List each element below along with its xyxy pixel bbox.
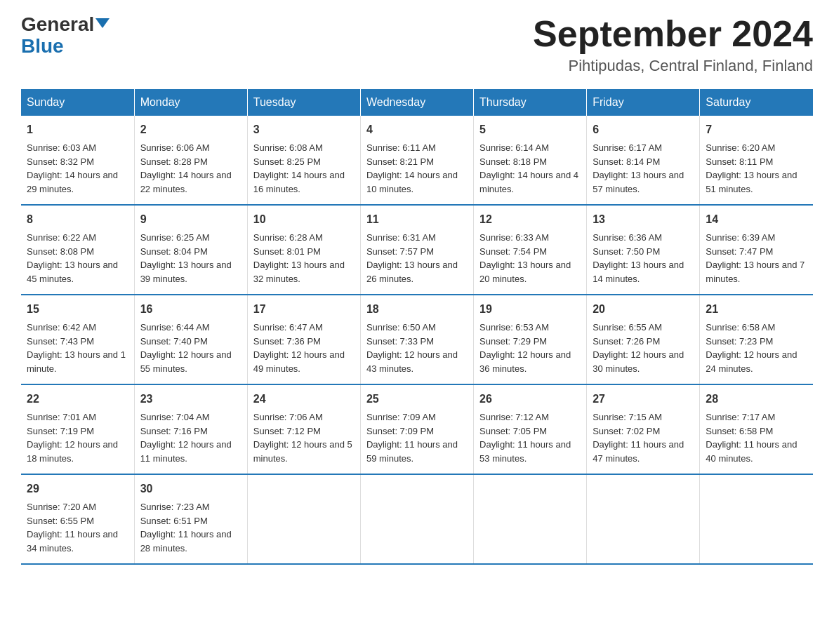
day-header-monday: Monday (134, 89, 247, 116)
sunset-text: Sunset: 8:08 PM (27, 246, 94, 257)
day-number: 1 (27, 121, 128, 138)
sunrise-text: Sunrise: 6:14 AM (479, 142, 549, 153)
calendar-cell: 5Sunrise: 6:14 AMSunset: 8:18 PMDaylight… (474, 116, 587, 205)
day-number: 8 (27, 211, 128, 228)
sunrise-text: Sunrise: 6:17 AM (593, 142, 662, 153)
sunset-text: Sunset: 8:01 PM (253, 246, 321, 257)
sunrise-text: Sunrise: 7:15 AM (593, 412, 662, 422)
calendar-cell: 7Sunrise: 6:20 AMSunset: 8:11 PMDaylight… (700, 116, 813, 205)
calendar-cell: 11Sunrise: 6:31 AMSunset: 7:57 PMDayligh… (360, 205, 473, 295)
calendar-cell: 20Sunrise: 6:55 AMSunset: 7:26 PMDayligh… (587, 295, 700, 384)
sunset-text: Sunset: 7:26 PM (593, 336, 660, 347)
calendar-cell: 16Sunrise: 6:44 AMSunset: 7:40 PMDayligh… (134, 295, 247, 384)
daylight-text: Daylight: 12 hours and 24 minutes. (706, 349, 797, 374)
calendar-cell: 2Sunrise: 6:06 AMSunset: 8:28 PMDaylight… (134, 116, 247, 205)
calendar-table: SundayMondayTuesdayWednesdayThursdayFrid… (21, 89, 813, 565)
calendar-cell (474, 474, 587, 564)
daylight-text: Daylight: 13 hours and 51 minutes. (706, 170, 797, 194)
sunrise-text: Sunrise: 6:33 AM (479, 232, 549, 243)
day-header-saturday: Saturday (700, 89, 813, 116)
calendar-cell: 21Sunrise: 6:58 AMSunset: 7:23 PMDayligh… (700, 295, 813, 384)
day-header-sunday: Sunday (21, 89, 134, 116)
sunset-text: Sunset: 8:11 PM (706, 156, 773, 167)
calendar-cell: 1Sunrise: 6:03 AMSunset: 8:32 PMDaylight… (21, 116, 134, 205)
sunset-text: Sunset: 7:54 PM (479, 246, 547, 257)
day-number: 21 (706, 301, 807, 318)
daylight-text: Daylight: 13 hours and 39 minutes. (140, 260, 232, 284)
day-header-wednesday: Wednesday (360, 89, 473, 116)
calendar-cell: 17Sunrise: 6:47 AMSunset: 7:36 PMDayligh… (247, 295, 360, 384)
sunset-text: Sunset: 7:12 PM (253, 426, 321, 436)
day-number: 22 (27, 391, 128, 408)
daylight-text: Daylight: 13 hours and 57 minutes. (593, 170, 684, 194)
daylight-text: Daylight: 11 hours and 47 minutes. (593, 439, 684, 464)
sunrise-text: Sunrise: 6:08 AM (253, 142, 323, 153)
day-number: 18 (366, 301, 468, 318)
page-header: GeneralBlue September 2024 Pihtipudas, C… (21, 14, 813, 75)
sunset-text: Sunset: 8:14 PM (593, 156, 660, 167)
sunrise-text: Sunrise: 6:58 AM (706, 322, 775, 333)
sunset-text: Sunset: 6:58 PM (706, 426, 773, 436)
logo-text: GeneralBlue (21, 14, 110, 58)
sunset-text: Sunset: 7:05 PM (479, 426, 547, 436)
calendar-cell: 8Sunrise: 6:22 AMSunset: 8:08 PMDaylight… (21, 205, 134, 295)
sunrise-text: Sunrise: 7:01 AM (27, 412, 96, 422)
sunrise-text: Sunrise: 6:31 AM (366, 232, 436, 243)
day-number: 10 (253, 211, 355, 228)
day-number: 28 (706, 391, 807, 408)
sunset-text: Sunset: 7:50 PM (593, 246, 660, 257)
week-row-3: 15Sunrise: 6:42 AMSunset: 7:43 PMDayligh… (21, 295, 813, 384)
day-number: 6 (593, 121, 694, 138)
sunset-text: Sunset: 8:25 PM (253, 156, 321, 167)
sunset-text: Sunset: 7:29 PM (479, 336, 547, 347)
daylight-text: Daylight: 13 hours and 26 minutes. (366, 260, 458, 284)
daylight-text: Daylight: 14 hours and 4 minutes. (479, 170, 578, 194)
week-row-5: 29Sunrise: 7:20 AMSunset: 6:55 PMDayligh… (21, 474, 813, 564)
sunrise-text: Sunrise: 6:53 AM (479, 322, 549, 333)
daylight-text: Daylight: 13 hours and 32 minutes. (253, 260, 345, 284)
daylight-text: Daylight: 13 hours and 20 minutes. (479, 260, 571, 284)
daylight-text: Daylight: 12 hours and 30 minutes. (593, 349, 684, 374)
day-number: 30 (140, 481, 241, 497)
calendar-cell: 24Sunrise: 7:06 AMSunset: 7:12 PMDayligh… (247, 384, 360, 474)
sunrise-text: Sunrise: 6:20 AM (706, 142, 775, 153)
week-row-4: 22Sunrise: 7:01 AMSunset: 7:19 PMDayligh… (21, 384, 813, 474)
day-number: 20 (593, 301, 694, 318)
day-number: 19 (479, 301, 581, 318)
sunrise-text: Sunrise: 7:20 AM (27, 502, 96, 512)
sunrise-text: Sunrise: 7:23 AM (140, 502, 210, 512)
day-number: 2 (140, 121, 241, 138)
daylight-text: Daylight: 12 hours and 5 minutes. (253, 439, 352, 464)
day-number: 9 (140, 211, 241, 228)
logo-triangle-icon (95, 18, 110, 28)
daylight-text: Daylight: 12 hours and 49 minutes. (253, 349, 345, 374)
day-number: 26 (479, 391, 581, 408)
day-number: 17 (253, 301, 355, 318)
calendar-cell (247, 474, 360, 564)
daylight-text: Daylight: 12 hours and 55 minutes. (140, 349, 232, 374)
calendar-cell: 4Sunrise: 6:11 AMSunset: 8:21 PMDaylight… (360, 116, 473, 205)
calendar-cell: 25Sunrise: 7:09 AMSunset: 7:09 PMDayligh… (360, 384, 473, 474)
day-number: 15 (27, 301, 128, 318)
day-number: 23 (140, 391, 241, 408)
day-number: 27 (593, 391, 694, 408)
calendar-cell: 10Sunrise: 6:28 AMSunset: 8:01 PMDayligh… (247, 205, 360, 295)
day-header-tuesday: Tuesday (247, 89, 360, 116)
sunrise-text: Sunrise: 6:42 AM (27, 322, 96, 333)
sunset-text: Sunset: 7:57 PM (366, 246, 434, 257)
sunrise-text: Sunrise: 7:04 AM (140, 412, 210, 422)
calendar-cell: 28Sunrise: 7:17 AMSunset: 6:58 PMDayligh… (700, 384, 813, 474)
day-number: 24 (253, 391, 355, 408)
daylight-text: Daylight: 13 hours and 1 minute. (27, 349, 126, 374)
daylight-text: Daylight: 14 hours and 16 minutes. (253, 170, 345, 194)
sunrise-text: Sunrise: 7:06 AM (253, 412, 323, 422)
day-number: 12 (479, 211, 581, 228)
calendar-cell: 9Sunrise: 6:25 AMSunset: 8:04 PMDaylight… (134, 205, 247, 295)
daylight-text: Daylight: 11 hours and 34 minutes. (27, 529, 118, 554)
day-number: 7 (706, 121, 807, 138)
sunrise-text: Sunrise: 6:44 AM (140, 322, 210, 333)
day-number: 5 (479, 121, 581, 138)
daylight-text: Daylight: 11 hours and 53 minutes. (479, 439, 571, 464)
week-row-1: 1Sunrise: 6:03 AMSunset: 8:32 PMDaylight… (21, 116, 813, 205)
daylight-text: Daylight: 11 hours and 40 minutes. (706, 439, 797, 464)
